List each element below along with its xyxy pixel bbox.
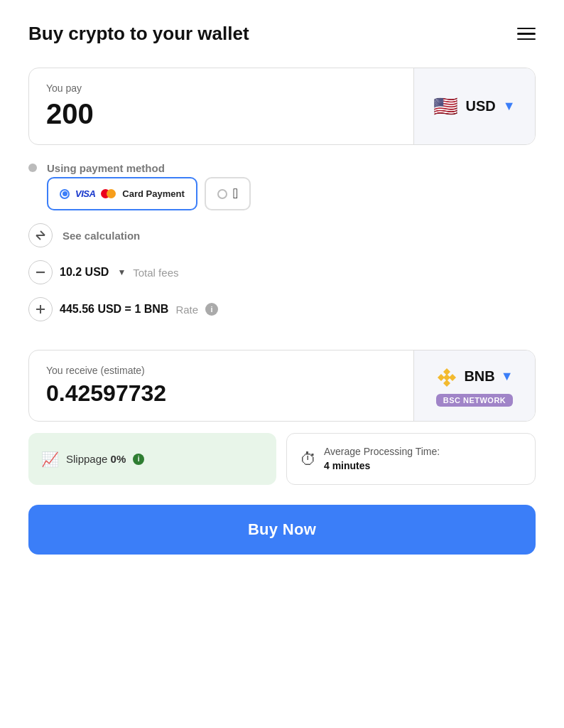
rate-circle: [28, 297, 53, 321]
flag-icon: 🇺🇸: [433, 95, 458, 118]
timer-icon: ⏱: [300, 449, 317, 469]
bnb-logo-icon: [435, 365, 458, 388]
mastercard-icon: [101, 189, 116, 199]
fees-row: 10.2 USD ▼ Total fees: [28, 260, 536, 284]
apple-radio: [217, 189, 227, 199]
fees-circle: [28, 260, 53, 284]
receive-amount: 0.42597732: [46, 380, 396, 407]
buy-now-button[interactable]: Buy Now: [28, 505, 536, 555]
fees-dropdown-icon[interactable]: ▼: [117, 267, 126, 277]
info-row: 📈 Slippage 0% i ⏱ Average Processing Tim…: [28, 433, 536, 485]
pay-card: You pay 200 🇺🇸 USD ▼: [28, 68, 536, 145]
payment-method-label: Using payment method: [47, 162, 536, 174]
step-dot: [28, 164, 37, 172]
currency-chevron-icon: ▼: [503, 99, 516, 114]
slippage-label: Slippage 0%: [66, 453, 126, 465]
crypto-selector[interactable]: BNB ▼ BSC NETWORK: [414, 350, 535, 421]
bnb-currency-row: BNB ▼: [435, 365, 513, 388]
receive-card: You receive (estimate) 0.42597732 BNB ▼ …: [28, 350, 536, 422]
bsc-network-badge: BSC NETWORK: [436, 394, 514, 407]
slippage-chart-icon: 📈: [41, 451, 59, 468]
pay-label: You pay: [46, 82, 396, 94]
currency-label: USD: [465, 98, 495, 114]
bnb-label: BNB: [464, 368, 494, 385]
payment-method-step: Using payment method VISA Card Payment : [28, 162, 536, 210]
processing-time: 4 minutes: [324, 460, 370, 471]
calculation-circle[interactable]: [28, 223, 53, 247]
pay-amount-section: You pay 200: [29, 68, 414, 144]
visa-radio: [60, 189, 70, 199]
receive-label: You receive (estimate): [46, 365, 396, 376]
slippage-percentage: 0%: [111, 453, 126, 465]
calculation-step: See calculation: [28, 223, 536, 247]
receive-amount-section: You receive (estimate) 0.42597732: [29, 350, 414, 421]
visa-text-icon: VISA: [75, 188, 95, 199]
slippage-info-icon[interactable]: i: [133, 454, 144, 465]
calculation-label[interactable]: See calculation: [63, 230, 140, 242]
payment-methods: VISA Card Payment : [47, 177, 536, 210]
visa-payment-option[interactable]: VISA Card Payment: [47, 177, 197, 210]
rate-value: 445.56 USD = 1 BNB: [60, 303, 168, 316]
svg-marker-10: [443, 374, 450, 381]
pay-amount: 200: [46, 98, 396, 130]
fees-amount: 10.2 USD: [60, 266, 109, 279]
rate-row: 445.56 USD = 1 BNB Rate i: [28, 297, 536, 321]
menu-button[interactable]: [517, 28, 536, 41]
rate-info-icon[interactable]: i: [205, 303, 218, 316]
currency-selector[interactable]: 🇺🇸 USD ▼: [414, 68, 535, 144]
page-header: Buy crypto to your wallet: [28, 23, 536, 45]
apple-icon: : [233, 186, 238, 202]
card-payment-label: Card Payment: [122, 188, 184, 199]
processing-card: ⏱ Average Processing Time: 4 minutes: [286, 433, 536, 485]
bnb-chevron-icon: ▼: [501, 369, 514, 384]
fees-label: Total fees: [133, 267, 178, 279]
page-title: Buy crypto to your wallet: [28, 23, 249, 45]
apple-payment-option[interactable]: : [205, 177, 251, 210]
slippage-card[interactable]: 📈 Slippage 0% i: [28, 433, 276, 485]
processing-text: Average Processing Time: 4 minutes: [324, 445, 440, 473]
rate-label: Rate: [175, 304, 198, 316]
steps-section: Using payment method VISA Card Payment : [28, 162, 536, 344]
